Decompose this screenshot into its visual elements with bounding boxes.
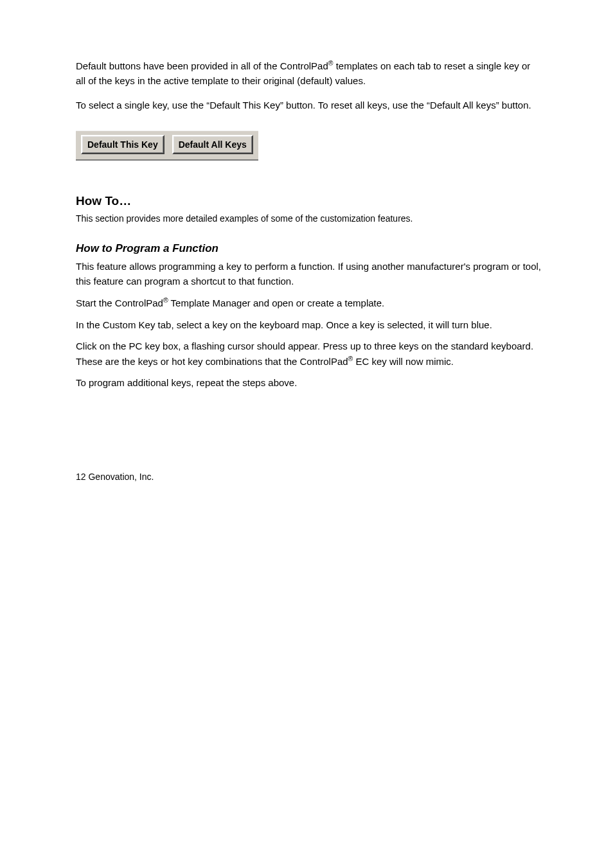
page-footer: 12 Genovation, Inc. <box>76 468 542 482</box>
intro-paragraph-2: To select a single key, use the “Default… <box>76 98 542 112</box>
howto-program-function-title: How to Program a Function <box>76 242 542 255</box>
howto1-p4: Click on the PC key box, a flashing curs… <box>76 339 542 369</box>
howto-section-title: How To… <box>76 194 542 208</box>
intro-paragraph-1: Default buttons have been provided in al… <box>76 58 542 89</box>
howto1-p4-pre: Click on the PC key box, a flashing curs… <box>76 341 533 367</box>
howto1-p2-pre: Start the ControlPad <box>76 297 163 308</box>
registered-icon: ® <box>163 296 168 304</box>
howto-section-subtitle: This section provides more detailed exam… <box>76 212 542 226</box>
howto1-p5: To program additional keys, repeat the s… <box>76 375 542 390</box>
default-this-key-button[interactable]: Default This Key <box>81 135 164 154</box>
howto1-p3: In the Custom Key tab, select a key on t… <box>76 317 542 332</box>
intro-p1-pre: Default buttons have been provided in al… <box>76 60 328 71</box>
howto1-p2: Start the ControlPad® Template Manager a… <box>76 295 542 310</box>
howto1-p4-post: EC key will now mimic. <box>353 356 454 367</box>
default-all-keys-button[interactable]: Default All Keys <box>172 135 253 154</box>
howto1-p1: This feature allows programming a key to… <box>76 259 542 289</box>
registered-icon: ® <box>328 59 333 67</box>
default-buttons-bar: Default This Key Default All Keys <box>76 130 258 161</box>
howto1-p2-post: Template Manager and open or create a te… <box>168 297 385 308</box>
